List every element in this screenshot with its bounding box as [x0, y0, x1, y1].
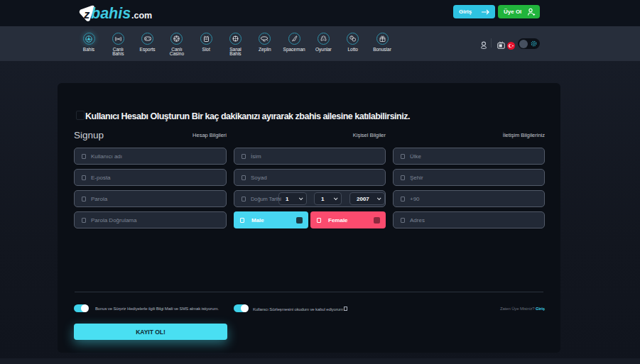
svg-text:bahis: bahis — [91, 5, 131, 22]
svg-text:.com: .com — [131, 11, 152, 21]
svg-text:7: 7 — [351, 36, 352, 39]
svg-text:z: z — [83, 8, 90, 21]
